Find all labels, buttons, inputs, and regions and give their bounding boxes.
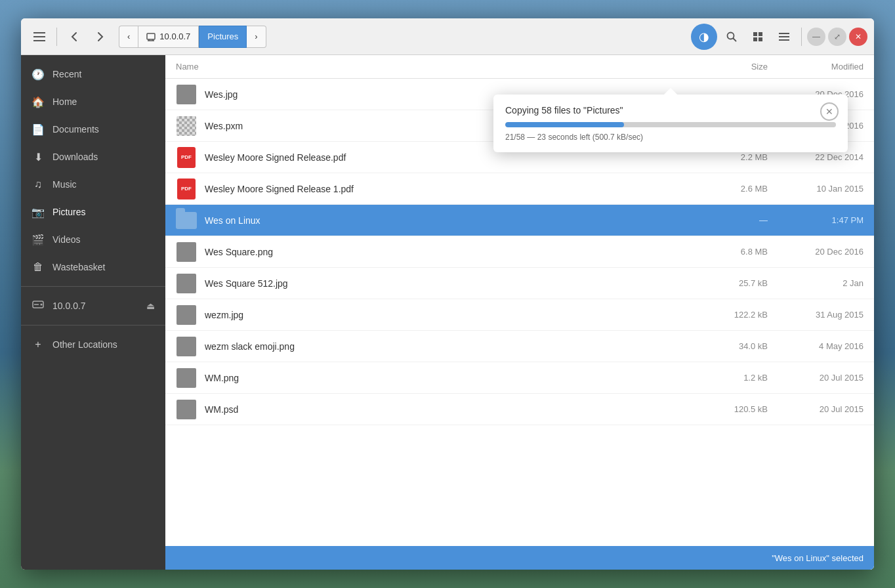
sidebar-item-network-drive[interactable]: 10.0.0.7 ⏏ (21, 292, 165, 320)
file-name: Wesley Moore Signed Release 1.pdf (205, 184, 713, 194)
file-size: 25.7 kB (713, 278, 778, 288)
file-list-area: Copying 58 files to "Pictures" 21/58 — 2… (165, 55, 874, 570)
file-size: 2.6 MB (713, 184, 778, 194)
menu-button[interactable] (772, 25, 796, 49)
close-button[interactable]: ✕ (849, 28, 867, 46)
file-modified: 20 Jul 2015 (778, 404, 864, 414)
pictures-icon: 📷 (31, 206, 45, 219)
downloads-icon: ⬇ (31, 151, 45, 163)
file-icon (176, 304, 197, 326)
sidebar-item-recent-label: Recent (52, 69, 81, 79)
svg-rect-12 (759, 37, 762, 41)
file-modified: 4 May 2016 (778, 341, 864, 351)
table-row[interactable]: Wes on Linux — 1:47 PM (165, 205, 874, 236)
breadcrumb-nav-left[interactable]: ‹ (119, 26, 138, 48)
search-button[interactable] (720, 25, 743, 49)
file-icon: PDF (176, 178, 197, 200)
table-row[interactable]: wezm slack emoji.png 34.0 kB 4 May 2016 (165, 331, 874, 362)
breadcrumb-host[interactable]: 10.0.0.7 (138, 26, 199, 48)
sidebar-item-pictures[interactable]: 📷 Pictures (21, 198, 165, 226)
svg-rect-11 (753, 37, 757, 41)
column-size: Size (713, 62, 778, 72)
sidebar-item-home-label: Home (52, 96, 77, 107)
progress-close-button[interactable]: ✕ (820, 102, 839, 121)
home-icon: 🏠 (31, 96, 45, 108)
restore-button[interactable]: ⤢ (828, 28, 846, 46)
column-modified: Modified (778, 62, 864, 72)
file-modified: 22 Dec 2014 (778, 152, 864, 162)
progress-details: 21/58 — 23 seconds left (500.7 kB/sec) (505, 133, 836, 142)
eject-button[interactable]: ⏏ (146, 301, 155, 311)
table-row[interactable]: WM.psd 120.5 kB 20 Jul 2015 (165, 394, 874, 425)
sidebar-item-other-locations[interactable]: + Other Locations (21, 331, 165, 358)
file-modified: 1:47 PM (778, 215, 864, 225)
sidebar-item-music-label: Music (52, 179, 77, 190)
file-size: 122.2 kB (713, 310, 778, 320)
forward-button[interactable] (89, 25, 112, 49)
back-button[interactable] (62, 25, 86, 49)
sidebar-item-recent[interactable]: 🕐 Recent (21, 60, 165, 88)
sidebar-item-pictures-label: Pictures (52, 207, 86, 217)
file-icon (176, 116, 197, 136)
toolbar-right: ◑ — ⤢ ✕ (691, 24, 867, 50)
file-name: wezm.jpg (205, 310, 713, 320)
breadcrumb-nav-right[interactable]: › (247, 26, 266, 48)
sidebar-divider-2 (21, 325, 165, 326)
file-name: Wesley Moore Signed Release.pdf (205, 152, 713, 163)
file-name: Wes Square.png (205, 247, 713, 257)
sidebar-item-wastebasket-label: Wastebasket (52, 262, 105, 272)
file-size: 2.2 MB (713, 152, 778, 162)
svg-rect-1 (33, 36, 45, 37)
drive-left: 10.0.0.7 (31, 300, 86, 312)
file-modified: 20 Jul 2015 (778, 373, 864, 383)
minimize-button[interactable]: — (807, 28, 825, 46)
sidebar-item-documents[interactable]: 📄 Documents (21, 116, 165, 143)
file-icon (176, 368, 197, 388)
breadcrumb-current-folder[interactable]: Pictures (199, 26, 247, 48)
svg-rect-0 (33, 32, 45, 33)
table-row[interactable]: Wes Square.png 6.8 MB 20 Dec 2016 (165, 236, 874, 268)
file-name: WM.psd (205, 404, 713, 415)
documents-icon: 📄 (31, 123, 45, 136)
recent-icon: 🕐 (31, 68, 45, 81)
grid-view-button[interactable] (746, 25, 770, 49)
svg-rect-9 (753, 32, 757, 36)
other-locations-icon: + (31, 339, 45, 350)
progress-popup: Copying 58 files to "Pictures" 21/58 — 2… (493, 94, 848, 152)
sidebar-item-downloads[interactable]: ⬇ Downloads (21, 143, 165, 171)
file-name: WM.png (205, 373, 713, 383)
table-row[interactable]: WM.png 1.2 kB 20 Jul 2015 (165, 362, 874, 394)
table-row[interactable]: wezm.jpg 122.2 kB 31 Aug 2015 (165, 299, 874, 331)
table-row[interactable]: PDF Wesley Moore Signed Release 1.pdf 2.… (165, 173, 874, 205)
theme-button[interactable]: ◑ (691, 24, 717, 50)
sidebar-toggle-button[interactable] (28, 25, 51, 49)
file-icon (176, 242, 197, 262)
file-icon (176, 84, 197, 105)
sidebar-item-music[interactable]: ♫ Music (21, 171, 165, 198)
file-modified: 31 Aug 2015 (778, 310, 864, 320)
sidebar-item-wastebasket[interactable]: 🗑 Wastebasket (21, 253, 165, 281)
table-row[interactable]: Wes Square 512.jpg 25.7 kB 2 Jan (165, 268, 874, 299)
file-list-header: Name Size Modified (165, 55, 874, 79)
sidebar-item-videos-label: Videos (52, 234, 81, 245)
progress-bar-fill (505, 122, 624, 127)
column-name[interactable]: Name (176, 62, 713, 72)
sidebar-item-videos[interactable]: 🎬 Videos (21, 226, 165, 253)
sidebar-divider (21, 286, 165, 287)
file-modified: 20 Dec 2016 (778, 247, 864, 257)
sidebar-item-home[interactable]: 🏠 Home (21, 88, 165, 116)
file-size: — (713, 215, 778, 225)
breadcrumb: ‹ 10.0.0.7 Pictures › (119, 26, 266, 48)
sidebar-item-other-locations-label: Other Locations (52, 339, 117, 350)
sidebar-item-downloads-label: Downloads (52, 152, 98, 162)
file-icon: PDF (176, 147, 197, 168)
drive-label: 10.0.0.7 (52, 301, 86, 311)
file-modified: 10 Jan 2015 (778, 184, 864, 194)
file-icon (176, 399, 197, 420)
file-name: wezm slack emoji.png (205, 341, 713, 352)
breadcrumb-host-label: 10.0.0.7 (159, 32, 190, 41)
svg-rect-3 (147, 33, 155, 39)
toolbar-divider (56, 28, 57, 46)
file-icon (176, 336, 197, 357)
file-manager: ‹ 10.0.0.7 Pictures › ◑ (21, 18, 874, 570)
